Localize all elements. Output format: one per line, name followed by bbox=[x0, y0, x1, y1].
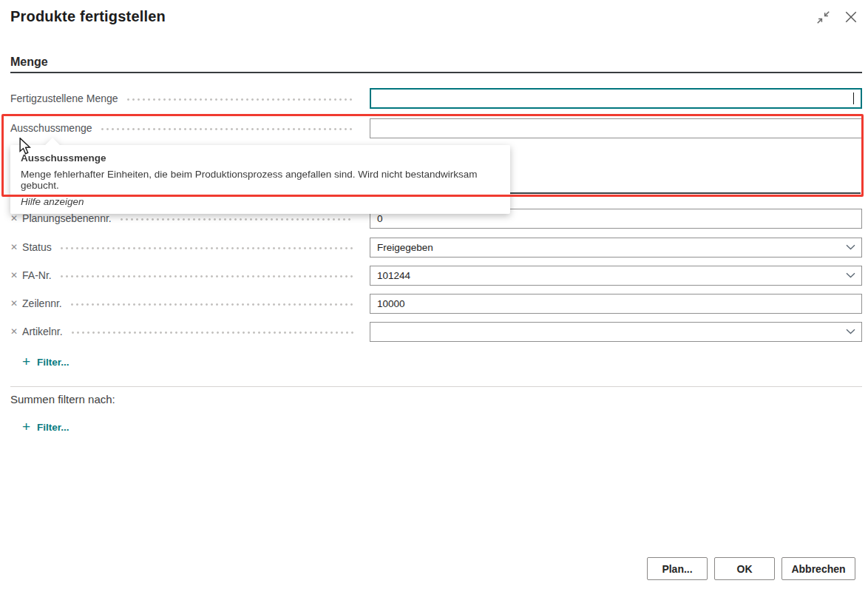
filter-row-line-no: ✕ Zeilennr. 10000 bbox=[10, 293, 862, 314]
add-totals-filter-link[interactable]: + Filter... bbox=[22, 421, 69, 434]
dotted-leader bbox=[127, 98, 353, 101]
show-help-link[interactable]: Hilfe anzeigen bbox=[21, 196, 500, 207]
text-caret bbox=[853, 92, 855, 104]
status-select[interactable]: Freigegeben bbox=[370, 238, 862, 258]
remove-filter-icon[interactable]: ✕ bbox=[10, 327, 18, 336]
filter-label: Planungsebenennr. bbox=[22, 212, 112, 224]
dotted-leader bbox=[61, 275, 353, 277]
add-filter-icon: + bbox=[22, 420, 30, 434]
dotted-leader bbox=[61, 247, 353, 249]
item-no-select[interactable] bbox=[370, 322, 862, 342]
finish-products-dialog: Produkte fertigstellen Menge Fertigzuste… bbox=[0, 0, 868, 589]
dotted-leader bbox=[101, 128, 353, 130]
plan-button[interactable]: Plan... bbox=[647, 557, 708, 580]
chevron-down-icon[interactable] bbox=[846, 329, 855, 334]
page-title: Produkte fertigstellen bbox=[10, 8, 166, 25]
field-row-quantity-to-finish: Fertigzustellene Menge bbox=[10, 88, 862, 109]
remove-filter-icon[interactable]: ✕ bbox=[10, 214, 18, 223]
scrap-quantity-input[interactable] bbox=[370, 118, 862, 138]
ok-button[interactable]: OK bbox=[714, 557, 775, 580]
dotted-leader bbox=[72, 331, 353, 334]
filter-label: Zeilennr. bbox=[22, 297, 62, 309]
totals-section-heading: Summen filtern nach: bbox=[10, 393, 115, 405]
line-no-input[interactable]: 10000 bbox=[370, 294, 862, 314]
filter-row-item-no: ✕ Artikelnr. bbox=[10, 321, 862, 342]
field-row-scrap-quantity: Ausschussmenge bbox=[10, 118, 862, 138]
close-icon[interactable] bbox=[843, 9, 859, 25]
chevron-down-icon[interactable] bbox=[846, 272, 855, 278]
filter-row-status: ✕ Status Freigegeben bbox=[10, 237, 862, 258]
add-filter-link[interactable]: + Filter... bbox=[22, 356, 69, 368]
quantity-to-finish-input[interactable] bbox=[370, 88, 862, 109]
filter-row-order-no: ✕ FA-Nr. 101244 bbox=[10, 265, 862, 286]
field-tooltip: Ausschussmenge Menge fehlerhafter Einhei… bbox=[10, 145, 510, 214]
chevron-down-icon[interactable] bbox=[846, 244, 855, 250]
dotted-leader bbox=[121, 218, 353, 221]
dialog-footer: Plan... OK Abbrechen bbox=[647, 557, 855, 580]
collapse-dialog-icon[interactable] bbox=[815, 9, 831, 25]
section-heading-menge: Menge bbox=[10, 55, 48, 69]
remove-filter-icon[interactable]: ✕ bbox=[10, 243, 18, 252]
filter-label: Artikelnr. bbox=[22, 326, 62, 337]
window-controls bbox=[815, 9, 859, 25]
dotted-leader bbox=[71, 303, 353, 306]
order-no-select[interactable]: 101244 bbox=[370, 266, 862, 286]
section-divider bbox=[10, 72, 862, 73]
tooltip-title: Ausschussmenge bbox=[21, 152, 500, 164]
remove-filter-icon[interactable]: ✕ bbox=[10, 299, 18, 308]
field-label: Fertigzustellene Menge bbox=[10, 92, 118, 104]
remove-filter-icon[interactable]: ✕ bbox=[10, 271, 18, 280]
add-filter-icon: + bbox=[22, 354, 30, 368]
section-divider bbox=[10, 386, 862, 387]
field-label: Ausschussmenge bbox=[10, 122, 92, 134]
filter-label: Status bbox=[22, 241, 52, 253]
cancel-button[interactable]: Abbrechen bbox=[781, 557, 855, 580]
tooltip-description: Menge fehlerhafter Einheiten, die beim P… bbox=[21, 169, 500, 191]
filter-label: FA-Nr. bbox=[22, 269, 52, 281]
